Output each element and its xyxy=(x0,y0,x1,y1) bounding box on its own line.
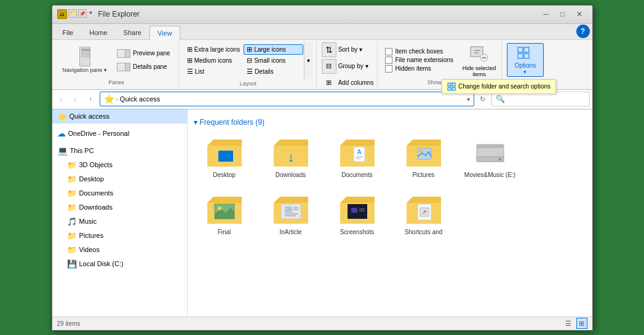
checkbox-group: Item check boxes File name extensions Hi… xyxy=(383,47,456,74)
desktop-folder-name: Desktop xyxy=(213,171,236,178)
nav-quick-access-icon: ⭐ xyxy=(57,112,67,121)
final-folder-name: Final xyxy=(218,229,231,235)
nav-documents[interactable]: 📁 Documents xyxy=(52,186,187,200)
details-option[interactable]: ☰ Details xyxy=(244,66,303,77)
tab-file[interactable]: File xyxy=(55,26,82,39)
downloads-folder-icon: 📁 xyxy=(67,203,77,212)
large-icons-view-button[interactable]: ⊞ xyxy=(576,318,587,329)
hide-selected-button[interactable]: Hide selected items xyxy=(461,43,498,77)
documents-folder-name: Documents xyxy=(341,171,373,178)
videos-folder-icon: 📁 xyxy=(67,245,77,254)
layout-dropdown-arrow[interactable]: ▾ xyxy=(304,42,312,79)
nav-this-pc-label: This PC xyxy=(70,147,94,154)
nav-3d-objects[interactable]: 📁 3D Objects xyxy=(52,158,187,172)
svg-rect-8 xyxy=(518,53,523,58)
path-dropdown-arrow[interactable]: ▾ xyxy=(467,96,470,103)
nav-local-disk[interactable]: 💾 Local Disk (C:) xyxy=(52,257,187,271)
movies-music-item[interactable]: Movies&Music (E:) xyxy=(459,132,521,184)
screenshots-folder-svg xyxy=(338,194,377,226)
change-folder-label[interactable]: Change folder and search options xyxy=(458,83,551,90)
screenshots-folder-item[interactable]: Screenshots xyxy=(327,189,388,241)
group-icon: ⊟ xyxy=(322,59,336,74)
desktop-folder-svg xyxy=(205,137,244,169)
list-option[interactable]: ☰ List xyxy=(184,66,243,77)
file-name-ext-checkbox[interactable]: File name extensions xyxy=(385,57,453,64)
nav-this-pc[interactable]: 💻 This PC xyxy=(52,143,187,158)
nav-pane: ⭐ Quick access ☁ OneDrive - Personal 💻 T… xyxy=(52,109,188,317)
nav-quick-access[interactable]: ⭐ Quick access xyxy=(52,109,187,124)
shortcuts-folder-item[interactable]: ↗ Shortcuts and xyxy=(393,189,455,241)
pictures-folder-icon: 📁 xyxy=(67,231,77,240)
help-button[interactable]: ? xyxy=(576,25,590,38)
title-icons: 🗂 📁 📌 ▾ xyxy=(57,9,92,19)
app-icon-1: 🗂 xyxy=(57,9,67,19)
desktop-folder-icon: 📁 xyxy=(67,175,77,184)
nav-pictures[interactable]: 📁 Pictures xyxy=(52,229,187,243)
svg-rect-14 xyxy=(218,151,233,162)
nav-scroll[interactable]: ⭐ Quick access ☁ OneDrive - Personal 💻 T… xyxy=(52,109,187,317)
minimize-button[interactable]: ─ xyxy=(538,8,554,20)
close-button[interactable]: ✕ xyxy=(571,8,587,20)
navigation-pane-button[interactable]: Navigation pane ▾ xyxy=(58,44,112,76)
pictures-folder-item[interactable]: Pictures xyxy=(393,132,455,184)
item-checkboxes-checkbox[interactable]: Item check boxes xyxy=(385,48,453,55)
options-label: Options xyxy=(515,62,536,69)
change-folder-tooltip: Change folder and search options xyxy=(442,79,556,94)
downloads-folder-name: Downloads xyxy=(276,171,306,178)
panes-group-label: Panes xyxy=(58,78,175,87)
preview-pane-button[interactable]: Preview pane xyxy=(113,47,175,60)
forward-button[interactable]: › xyxy=(69,92,82,106)
group-by-button[interactable]: Group by ▾ xyxy=(338,63,368,69)
desktop-folder-item[interactable]: Desktop xyxy=(194,132,255,184)
ribbon-content: Navigation pane ▾ Preview pane xyxy=(52,40,592,89)
app-icon-3: 📌 xyxy=(78,9,87,18)
music-icon: 🎵 xyxy=(67,217,77,226)
extra-large-icons-option[interactable]: ⊞ Extra large icons xyxy=(184,44,243,55)
tab-home[interactable]: Home xyxy=(81,26,115,39)
inarticle-folder-item[interactable]: InArticle xyxy=(260,189,322,241)
pane-buttons: Preview pane Details pane xyxy=(113,47,175,73)
movies-music-name: Movies&Music (E:) xyxy=(464,171,515,178)
refresh-button[interactable]: ↻ xyxy=(476,92,490,106)
layout-items: ⊞ Extra large icons ⊞ Large icons ⊞ Medi… xyxy=(184,42,312,79)
maximize-button[interactable]: □ xyxy=(555,8,571,20)
nav-music[interactable]: 🎵 Music xyxy=(52,215,187,229)
nav-desktop-label: Desktop xyxy=(79,175,104,183)
sort-by-row: ⇅ Sort by ▾ xyxy=(322,42,362,57)
hidden-items-checkbox[interactable]: Hidden items xyxy=(385,65,453,73)
tab-view[interactable]: View xyxy=(149,26,180,40)
svg-rect-25 xyxy=(477,144,504,148)
item-checkboxes-cb xyxy=(385,48,392,55)
list-view-button[interactable]: ☰ xyxy=(563,318,574,329)
nav-onedrive[interactable]: ☁ OneDrive - Personal xyxy=(52,126,187,141)
hide-selected-label: Hide selected items xyxy=(461,65,498,77)
nav-music-label: Music xyxy=(79,218,97,225)
nav-videos[interactable]: 📁 Videos xyxy=(52,243,187,257)
add-columns-row: ⊞ Add columns xyxy=(322,76,374,90)
add-columns-button[interactable]: Add columns xyxy=(338,79,374,86)
details-pane-button[interactable]: Details pane xyxy=(113,61,175,73)
tab-share[interactable]: Share xyxy=(116,26,149,39)
svg-rect-35 xyxy=(351,208,357,213)
documents-folder-icon: 📁 xyxy=(67,189,77,198)
address-path[interactable]: ⭐ › Quick access ▾ xyxy=(100,92,474,106)
nav-downloads[interactable]: 📁 Downloads xyxy=(52,200,187,215)
file-scroll[interactable]: ▾ Frequent folders (9) Desktop xyxy=(188,109,592,317)
svg-rect-0 xyxy=(471,47,483,57)
final-folder-item[interactable]: Final xyxy=(194,189,255,241)
options-button[interactable]: Options ▾ xyxy=(507,43,544,77)
downloads-folder-item[interactable]: ↓ Downloads xyxy=(260,132,322,184)
back-button[interactable]: ‹ xyxy=(55,92,68,106)
sort-by-button[interactable]: Sort by ▾ xyxy=(338,46,362,53)
app-icon-2: 📁 xyxy=(68,9,77,18)
small-icons-option[interactable]: ⊟ Small icons xyxy=(244,55,303,66)
nav-desktop[interactable]: 📁 Desktop xyxy=(52,172,187,186)
large-icons-option[interactable]: ⊞ Large icons xyxy=(244,44,303,55)
section-chevron-icon: ▾ xyxy=(194,118,197,127)
search-box[interactable]: 🔍 xyxy=(491,92,590,106)
up-button[interactable]: ↑ xyxy=(84,92,98,106)
documents-folder-item[interactable]: A Documents xyxy=(327,132,388,184)
medium-icons-option[interactable]: ⊞ Medium icons xyxy=(184,55,243,66)
preview-pane-label: Preview pane xyxy=(133,50,170,57)
svg-rect-29 xyxy=(285,207,292,213)
